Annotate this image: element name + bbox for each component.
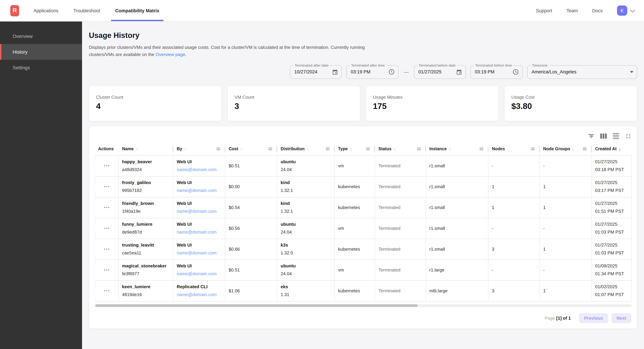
replicated-logo-icon[interactable]: R — [10, 5, 19, 16]
cell-instance: r1.small — [426, 176, 488, 197]
filter-icon[interactable] — [588, 133, 594, 139]
cluster-id: fe3f8977 — [122, 271, 170, 277]
column-header-name[interactable]: Name↑↓ — [118, 143, 173, 155]
cell-type: kubernetes — [335, 176, 375, 197]
nav-link-support[interactable]: Support — [536, 8, 552, 13]
overview-page-link[interactable]: Overview page — [156, 52, 185, 57]
row-actions-button[interactable] — [104, 226, 110, 231]
nodes-value: 1 — [492, 183, 536, 190]
cluster-id: 1f40a19e — [122, 208, 170, 215]
sort-desc-icon[interactable]: ↓ — [619, 146, 621, 151]
column-header-type[interactable]: Type↑↓ — [335, 143, 375, 155]
column-header-instance[interactable]: Instance↑↓ — [426, 143, 488, 155]
terminated-after-time-input[interactable]: Terminated after time 03:19 PM — [346, 65, 398, 79]
column-header-node_groups[interactable]: Node Groups↑↓ — [540, 143, 592, 155]
node-groups-value: 1 — [543, 183, 588, 190]
sort-icon[interactable]: ↑↓ — [506, 147, 509, 151]
sort-icon[interactable]: ↑↓ — [448, 147, 451, 151]
column-header-created_at[interactable]: Created At↓ — [592, 143, 632, 155]
sort-icon[interactable]: ↑↓ — [184, 147, 186, 151]
sort-icon[interactable]: ↑↓ — [306, 147, 309, 151]
column-menu-icon[interactable] — [268, 147, 272, 151]
cell-node_groups: 1 — [540, 281, 592, 301]
cell-actions — [95, 260, 118, 280]
timezone-select[interactable]: Timezone America/Los_Angeles — [527, 65, 637, 79]
density-icon[interactable] — [613, 132, 619, 140]
column-menu-icon[interactable] — [417, 147, 421, 151]
next-button[interactable]: Next — [612, 313, 631, 323]
sidebar-item-history[interactable]: History — [0, 44, 82, 60]
column-menu-icon[interactable] — [216, 147, 220, 151]
previous-button[interactable]: Previous — [579, 313, 608, 323]
email-link[interactable]: name@domain.com — [177, 167, 216, 172]
field-label: Terminated before time — [474, 63, 513, 67]
sort-icon[interactable]: ↑↓ — [240, 147, 242, 151]
date-range-dash: — — [403, 69, 410, 75]
email-link[interactable]: name@domain.com — [177, 292, 216, 297]
row-actions-button[interactable] — [104, 247, 110, 252]
column-header-nodes[interactable]: Nodes↑↓ — [488, 143, 540, 155]
distribution-version: 1.32.1 — [281, 208, 331, 215]
cluster-id: cae5ea11 — [122, 250, 170, 257]
email-link[interactable]: name@domain.com — [177, 230, 216, 235]
sort-icon[interactable]: ↑↓ — [393, 147, 396, 151]
stat-value: $3.80 — [511, 101, 630, 111]
instance-value: r1.small — [429, 204, 485, 211]
nav-tab-label: Applications — [34, 8, 58, 13]
stat-card-cluster-count: Cluster Count 4 — [89, 85, 222, 121]
email-link[interactable]: name@domain.com — [177, 271, 216, 276]
dropdown-arrow-icon[interactable] — [630, 71, 634, 73]
email-link[interactable]: name@domain.com — [177, 209, 216, 214]
column-header-actions: Actions — [95, 143, 118, 155]
column-header-distribution[interactable]: Distribution↑↓ — [277, 143, 335, 155]
row-actions-button[interactable] — [104, 184, 110, 189]
horizontal-scrollbar-thumb[interactable] — [95, 304, 418, 307]
row-actions-button[interactable] — [104, 163, 110, 169]
column-menu-icon[interactable] — [326, 147, 330, 151]
avatar[interactable]: K — [617, 5, 627, 16]
terminated-before-date-input[interactable]: Terminated before date 01/27/2025 — [414, 65, 466, 79]
column-menu-icon[interactable] — [480, 147, 483, 151]
cell-node_groups: - — [540, 156, 592, 176]
status-badge: Terminated — [378, 183, 422, 190]
nodes-value: - — [492, 267, 536, 273]
nav-link-docs[interactable]: Docs — [592, 8, 603, 13]
chevron-down-icon[interactable] — [630, 7, 635, 12]
email-link[interactable]: name@domain.com — [177, 250, 216, 255]
sidebar-item-settings[interactable]: Settings — [0, 60, 82, 75]
terminated-before-time-input[interactable]: Terminated before time 03:19 PM — [470, 65, 523, 79]
type-value: kubernetes — [338, 287, 371, 294]
columns-icon[interactable] — [600, 133, 607, 139]
column-menu-icon[interactable] — [531, 147, 534, 151]
clock-icon[interactable] — [388, 69, 395, 75]
calendar-icon[interactable] — [332, 69, 338, 75]
sort-icon[interactable]: ↑↓ — [350, 147, 352, 151]
column-menu-icon[interactable] — [366, 147, 370, 151]
stat-card-usage-cost: Usage Cost $3.80 — [504, 85, 637, 121]
calendar-icon[interactable] — [456, 69, 462, 75]
column-header-status[interactable]: Status↑↓ — [375, 143, 426, 155]
row-actions-button[interactable] — [104, 267, 110, 273]
sort-icon[interactable]: ↑↓ — [572, 147, 574, 151]
column-header-cost[interactable]: Cost↑↓ — [225, 143, 277, 155]
row-actions-button[interactable] — [104, 205, 110, 210]
nav-tab-compatibility-matrix[interactable]: Compatibility Matrix — [115, 0, 159, 21]
column-menu-icon[interactable] — [583, 147, 586, 151]
sidebar-item-overview[interactable]: Overview — [0, 28, 82, 44]
nav-tab-troubleshoot[interactable]: Troubleshoot — [74, 0, 100, 21]
user-menu[interactable]: K — [617, 5, 634, 16]
column-header-by[interactable]: By↑↓ — [173, 143, 225, 155]
sort-icon[interactable]: ↑↓ — [135, 147, 138, 151]
clock-icon[interactable] — [512, 69, 519, 75]
horizontal-scrollbar-track[interactable] — [95, 304, 632, 307]
email-link[interactable]: name@domain.com — [177, 188, 216, 193]
node-groups-value: - — [543, 162, 588, 169]
nav-tab-applications[interactable]: Applications — [34, 0, 58, 21]
row-actions-button[interactable] — [104, 288, 110, 294]
page-description: Displays prior clusters/VMs and their as… — [89, 44, 374, 58]
fullscreen-icon[interactable] — [625, 133, 631, 139]
nav-link-team[interactable]: Team — [566, 8, 578, 13]
terminated-after-date-input[interactable]: Terminated after date 10/27/2024 — [290, 65, 342, 79]
nav-tab-label: Troubleshoot — [74, 8, 100, 13]
created-date: 01/27/2025 — [595, 179, 628, 186]
